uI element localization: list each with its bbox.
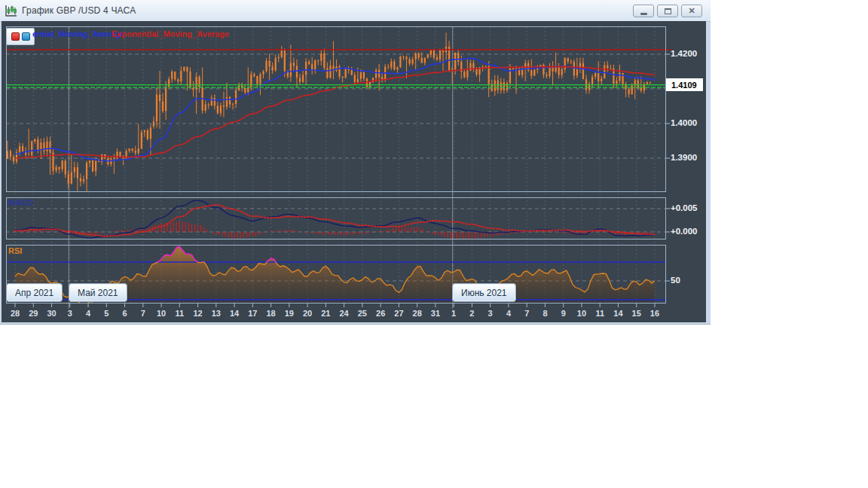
maximize-icon [665,8,671,14]
close-button[interactable]: ✕ [681,5,702,17]
window-titlebar[interactable]: График GBP /USD 4 ЧАСА ✕ [0,0,711,22]
chart-window: График GBP /USD 4 ЧАСА ✕ ential_Moving_A… [0,0,711,325]
desktop: { "window": { "title": "График GBP /USD … [0,0,868,488]
candlestick-chart-icon [5,5,17,17]
chart-client-area [2,21,706,322]
indicator-buttons-panel [6,28,35,45]
minimize-icon [640,13,647,15]
chart-canvas[interactable] [2,21,706,322]
minimize-button[interactable] [633,5,654,17]
maximize-button[interactable] [657,5,678,17]
window-title: График GBP /USD 4 ЧАСА [22,5,136,16]
blue-indicator-button[interactable] [22,32,30,41]
close-icon: ✕ [688,7,695,15]
red-indicator-button[interactable] [11,32,20,41]
window-controls: ✕ [633,5,702,17]
